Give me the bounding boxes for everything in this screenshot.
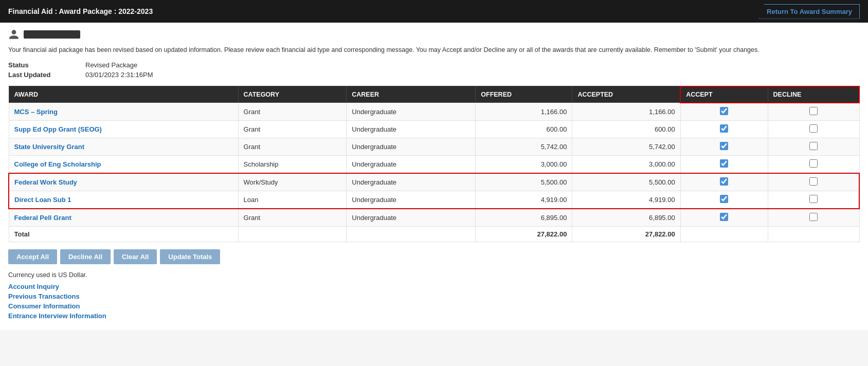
award-link[interactable]: Federal Pell Grant: [14, 214, 71, 222]
entrance-interview-link[interactable]: Entrance Interview Information: [8, 312, 860, 320]
main-content: Your financial aid package has been revi…: [0, 23, 868, 330]
award-offered: 1,166.00: [476, 103, 572, 121]
status-value: Revised Package: [85, 61, 137, 69]
col-header-decline: DECLINE: [768, 86, 859, 103]
award-offered: 5,742.00: [476, 138, 572, 155]
user-name: [24, 30, 80, 39]
accept-checkbox-cell[interactable]: [680, 138, 768, 155]
award-link[interactable]: Supp Ed Opp Grant (SEOG): [14, 125, 102, 133]
award-career: Undergraduate: [347, 173, 476, 191]
award-name: Federal Pell Grant: [9, 209, 238, 227]
award-name: MCS – Spring: [9, 103, 238, 121]
decline-checkbox[interactable]: [809, 124, 818, 133]
decline-checkbox-cell[interactable]: [768, 138, 859, 155]
return-to-award-summary-button[interactable]: Return To Award Summary: [759, 4, 860, 19]
col-header-accepted: ACCEPTED: [572, 86, 680, 103]
accept-checkbox[interactable]: [720, 195, 728, 203]
award-offered: 6,895.00: [476, 209, 572, 227]
award-category: Grant: [238, 120, 347, 138]
award-name: Supp Ed Opp Grant (SEOG): [9, 120, 238, 138]
table-total-row: Total 27,822.00 27,822.00: [9, 226, 859, 242]
award-name: Federal Work Study: [9, 173, 238, 191]
col-header-accept: ACCEPT: [680, 86, 768, 103]
decline-checkbox[interactable]: [809, 195, 818, 203]
decline-checkbox-cell[interactable]: [768, 191, 859, 209]
award-link[interactable]: MCS – Spring: [14, 108, 58, 116]
award-category: Scholarship: [238, 155, 347, 173]
user-row: [8, 29, 860, 40]
award-accepted: 5,500.00: [572, 173, 680, 191]
decline-checkbox-cell[interactable]: [768, 103, 859, 121]
top-header: Financial Aid : Award Package : 2022-202…: [0, 0, 868, 23]
status-label: Status: [8, 61, 65, 69]
decline-checkbox[interactable]: [809, 107, 818, 115]
page-title: Financial Aid : Award Package : 2022-202…: [8, 7, 153, 15]
decline-checkbox[interactable]: [809, 177, 818, 186]
decline-checkbox-cell[interactable]: [768, 155, 859, 173]
bottom-links: Account InquiryPrevious TransactionsCons…: [8, 283, 860, 320]
accept-checkbox-cell[interactable]: [680, 120, 768, 138]
table-row: College of Eng Scholarship Scholarship U…: [9, 155, 859, 173]
award-link[interactable]: State University Grant: [14, 143, 85, 151]
decline-all-button[interactable]: Decline All: [60, 249, 111, 264]
award-accepted: 1,166.00: [572, 103, 680, 121]
award-name: College of Eng Scholarship: [9, 155, 238, 173]
accept-checkbox[interactable]: [720, 142, 728, 150]
accept-checkbox[interactable]: [720, 107, 728, 115]
clear-all-button[interactable]: Clear All: [114, 249, 157, 264]
award-career: Undergraduate: [347, 120, 476, 138]
decline-checkbox-cell[interactable]: [768, 173, 859, 191]
table-row: Federal Work Study Work/Study Undergradu…: [9, 173, 859, 191]
action-buttons-group: Accept All Decline All Clear All Update …: [8, 249, 860, 264]
decline-checkbox[interactable]: [809, 142, 818, 150]
currency-note: Currency used is US Dollar.: [8, 271, 860, 279]
accept-checkbox-cell[interactable]: [680, 103, 768, 121]
table-row: Supp Ed Opp Grant (SEOG) Grant Undergrad…: [9, 120, 859, 138]
account-inquiry-link[interactable]: Account Inquiry: [8, 283, 860, 290]
user-icon: [8, 29, 20, 40]
award-category: Grant: [238, 209, 347, 227]
consumer-information-link[interactable]: Consumer Information: [8, 302, 860, 310]
accept-checkbox[interactable]: [720, 159, 728, 168]
award-career: Undergraduate: [347, 103, 476, 121]
accept-checkbox[interactable]: [720, 213, 728, 221]
decline-checkbox[interactable]: [809, 213, 818, 221]
decline-checkbox[interactable]: [809, 159, 818, 168]
accept-checkbox-cell[interactable]: [680, 209, 768, 227]
col-header-award: AWARD: [9, 86, 238, 103]
decline-checkbox-cell[interactable]: [768, 209, 859, 227]
award-career: Undergraduate: [347, 191, 476, 209]
award-career: Undergraduate: [347, 138, 476, 155]
accept-checkbox[interactable]: [720, 177, 728, 186]
table-header-row: AWARD CATEGORY CAREER OFFERED ACCEPTED A…: [9, 86, 859, 103]
accept-checkbox-cell[interactable]: [680, 191, 768, 209]
info-text: Your financial aid package has been revi…: [8, 45, 860, 55]
accept-checkbox-cell[interactable]: [680, 155, 768, 173]
accept-checkbox-cell[interactable]: [680, 173, 768, 191]
award-link[interactable]: Direct Loan Sub 1: [14, 196, 71, 204]
table-row: MCS – Spring Grant Undergraduate 1,166.0…: [9, 103, 859, 121]
award-category: Work/Study: [238, 173, 347, 191]
table-row: State University Grant Grant Undergradua…: [9, 138, 859, 155]
total-accepted: 27,822.00: [572, 226, 680, 242]
table-row: Direct Loan Sub 1 Loan Undergraduate 4,9…: [9, 191, 859, 209]
total-offered: 27,822.00: [476, 226, 572, 242]
last-updated-row: Last Updated 03/01/2023 2:31:16PM: [8, 71, 860, 79]
accept-checkbox[interactable]: [720, 124, 728, 133]
previous-transactions-link[interactable]: Previous Transactions: [8, 292, 860, 300]
last-updated-label: Last Updated: [8, 71, 65, 79]
award-offered: 4,919.00: [476, 191, 572, 209]
update-totals-button[interactable]: Update Totals: [160, 249, 220, 264]
award-career: Undergraduate: [347, 209, 476, 227]
col-header-career: CAREER: [347, 86, 476, 103]
last-updated-value: 03/01/2023 2:31:16PM: [85, 71, 153, 79]
award-link[interactable]: College of Eng Scholarship: [14, 160, 101, 168]
award-link[interactable]: Federal Work Study: [14, 178, 77, 186]
award-name: State University Grant: [9, 138, 238, 155]
decline-checkbox-cell[interactable]: [768, 120, 859, 138]
award-accepted: 6,895.00: [572, 209, 680, 227]
award-table: AWARD CATEGORY CAREER OFFERED ACCEPTED A…: [8, 86, 860, 242]
table-row: Federal Pell Grant Grant Undergraduate 6…: [9, 209, 859, 227]
accept-all-button[interactable]: Accept All: [8, 249, 57, 264]
col-header-category: CATEGORY: [238, 86, 347, 103]
